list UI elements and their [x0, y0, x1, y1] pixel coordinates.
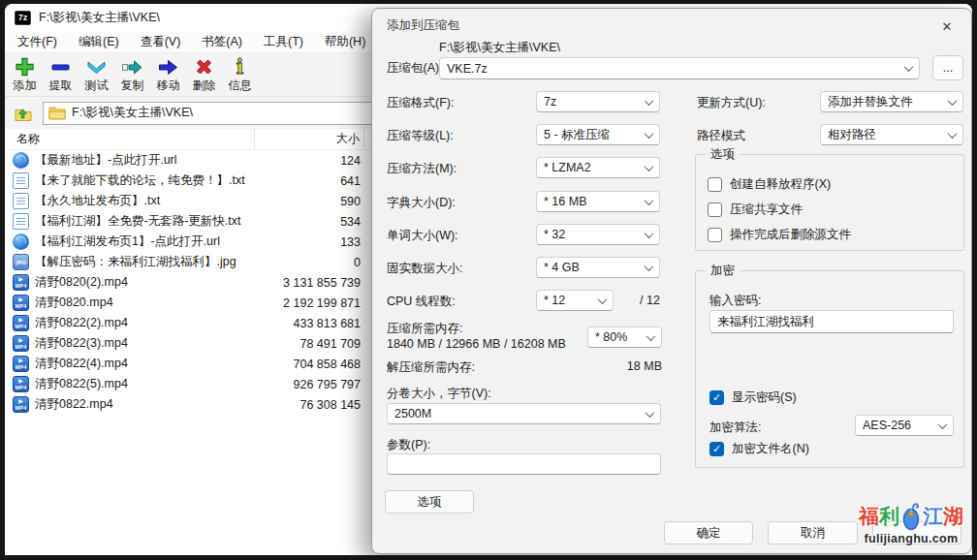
setting-combobox[interactable]: * 32 — [536, 224, 660, 245]
watermark-url: fulijianghu.com — [847, 532, 975, 545]
chevron-down-icon — [645, 129, 654, 139]
checkbox-label: 创建自释放程序(X) — [730, 176, 831, 193]
options-button[interactable]: 选项 — [385, 490, 474, 513]
mp4-file-icon — [13, 335, 29, 352]
parameters-input[interactable] — [387, 453, 661, 475]
setting-label: 字典大小(D): — [387, 195, 456, 211]
watermark-text: 福 利 江 湖 — [847, 502, 975, 531]
setting-value: * LZMA2 — [544, 161, 591, 174]
watermark-char: 湖 — [943, 504, 963, 529]
setting-row: 压缩方法(M): * LZMA2 — [372, 157, 682, 178]
show-password-row[interactable]: 显示密码(S) — [709, 389, 797, 406]
checkbox[interactable] — [708, 228, 722, 242]
volume-size-combobox[interactable]: 2500M — [387, 403, 661, 424]
file-name: 清野0822(5).mp4 — [35, 376, 128, 392]
watermark-char: 福 — [859, 504, 879, 529]
chevron-down-icon — [645, 96, 654, 106]
cancel-button[interactable]: 取消 — [768, 521, 858, 544]
password-value: 来福利江湖找福利 — [717, 314, 814, 330]
checkbox-row[interactable]: 操作完成后删除源文件 — [708, 227, 963, 242]
file-name: 清野0822(4).mp4 — [35, 356, 128, 372]
globe-icon — [13, 152, 29, 169]
file-name: 清野0822.mp4 — [35, 396, 113, 413]
menu-item[interactable]: 书签(A) — [202, 34, 242, 50]
setting-combobox[interactable]: 5 - 标准压缩 — [536, 124, 660, 145]
mp4-file-icon — [13, 356, 29, 372]
file-name: 【解压密码：来福利江湖找福利】.jpg — [35, 254, 236, 270]
watermark-char: 利 — [879, 504, 899, 529]
mp4-file-icon — [13, 315, 29, 331]
checkbox-row[interactable]: 创建自释放程序(X) — [708, 176, 963, 192]
up-directory-button[interactable] — [11, 102, 36, 125]
setting-row: 压缩格式(F): 7z — [372, 91, 682, 112]
show-password-checkbox[interactable] — [709, 390, 724, 405]
menu-item[interactable]: 编辑(E) — [79, 34, 119, 50]
delete-button[interactable]: 删除 — [186, 55, 222, 92]
chevron-down-icon — [646, 331, 656, 341]
copy-button[interactable]: 复制 — [114, 55, 150, 92]
toolbar-label: 移动 — [157, 78, 180, 92]
options-checkboxes: 创建自释放程序(X) 压缩共享文件 操作完成后删除源文件 — [708, 176, 963, 242]
text-file-icon — [13, 193, 29, 209]
setting-combobox[interactable]: * LZMA2 — [536, 157, 660, 178]
encrypt-names-row[interactable]: 加密文件名(N) — [709, 441, 809, 457]
menu-item[interactable]: 文件(F) — [17, 34, 57, 50]
info-button[interactable]: i 信息 — [222, 55, 258, 92]
path-mode-value: 相对路径 — [828, 127, 876, 143]
chevron-down-icon — [645, 229, 654, 238]
file-size: 641 — [255, 174, 364, 188]
update-mode-combobox[interactable]: 添加并替换文件 — [820, 91, 963, 112]
delete-x-icon — [192, 55, 216, 78]
show-password-label: 显示密码(S) — [732, 389, 797, 406]
globe-icon — [13, 233, 29, 250]
chevron-down-icon — [598, 295, 608, 304]
watermark-char: 江 — [923, 504, 943, 529]
folder-icon — [48, 106, 66, 120]
setting-label: 固实数据大小: — [387, 261, 462, 277]
7zip-logo-icon: 7z — [15, 11, 31, 25]
menu-item[interactable]: 帮助(H) — [325, 34, 365, 50]
memory-usage-label: 压缩所需内存: — [387, 321, 462, 337]
setting-combobox[interactable]: * 16 MB — [536, 191, 660, 212]
toolbar-label: 测试 — [85, 78, 109, 92]
file-name: 【福利江湖发布页1】-点此打开.url — [35, 233, 220, 250]
password-input[interactable]: 来福利江湖找福利 — [709, 310, 954, 333]
mp4-file-icon — [13, 274, 29, 291]
checkbox[interactable] — [708, 202, 722, 217]
move-button[interactable]: 移动 — [150, 55, 186, 92]
ok-button[interactable]: 确定 — [664, 521, 753, 544]
test-button[interactable]: 测试 — [79, 55, 114, 92]
toolbar-label: 添加 — [14, 78, 37, 92]
toolbar-label: 信息 — [229, 78, 252, 92]
jpg-file-icon — [13, 254, 29, 270]
encrypt-names-checkbox[interactable] — [709, 442, 724, 456]
checkbox[interactable] — [708, 177, 722, 192]
setting-combobox[interactable]: 7z — [536, 91, 660, 112]
memory-percent-combobox[interactable]: * 80% — [587, 327, 662, 348]
cpu-threads-combobox[interactable]: * 12 — [536, 290, 614, 311]
setting-value: * 16 MB — [544, 195, 586, 208]
cpu-threads-label: CPU 线程数: — [387, 294, 456, 310]
column-header-size[interactable]: 大小 — [255, 129, 364, 149]
encryption-method-combobox[interactable]: AES-256 — [855, 415, 954, 436]
watermark: 福 利 江 湖 fulijianghu.com — [847, 502, 975, 545]
file-size: 704 858 468 — [255, 358, 364, 371]
setting-label: 压缩方法(M): — [387, 161, 457, 177]
decompress-memory-label: 解压缩所需内存: — [387, 359, 475, 376]
volume-size-value: 2500M — [394, 407, 431, 420]
add-button[interactable]: 添加 — [7, 55, 43, 92]
menu-item[interactable]: 查看(V) — [141, 34, 181, 50]
cpu-threads-total: / 12 — [640, 294, 660, 307]
extract-button[interactable]: 提取 — [43, 55, 79, 92]
setting-value: * 4 GB — [544, 261, 580, 274]
checkbox-row[interactable]: 压缩共享文件 — [708, 202, 963, 217]
setting-row: 单词大小(W): * 32 — [372, 224, 682, 245]
setting-combobox[interactable]: * 4 GB — [536, 257, 660, 278]
path-mode-combobox[interactable]: 相对路径 — [820, 124, 963, 145]
file-name: 清野0820.mp4 — [35, 295, 113, 311]
test-check-icon — [84, 55, 109, 78]
menu-item[interactable]: 工具(T) — [264, 34, 303, 50]
setting-label: 单词大小(W): — [387, 228, 458, 244]
column-header-name[interactable]: 名称 — [5, 129, 255, 149]
chevron-down-icon — [938, 420, 948, 429]
